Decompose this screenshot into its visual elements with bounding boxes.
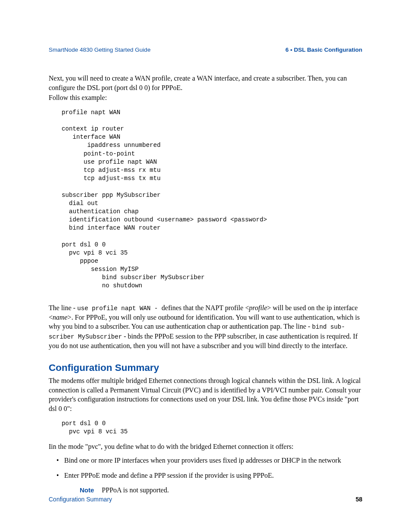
section-heading-configuration-summary: Configuration Summary: [49, 362, 362, 373]
chapter-title: 6 • DSL Basic Configuration: [286, 47, 363, 53]
inline-code-1: use profile napt WAN -: [77, 305, 162, 312]
italic-name: name: [53, 314, 68, 321]
footer-section-name: Configuration Summary: [49, 496, 112, 503]
note-label: Note: [80, 486, 94, 494]
bullet-list: Bind one or more IP interfaces when your…: [56, 456, 362, 480]
bullet-item-2: Enter PPPoE mode and define a PPP sessio…: [56, 471, 362, 480]
italic-profile: profile: [249, 304, 267, 311]
note-text: PPPoA is not supported.: [102, 486, 169, 494]
page-container: SmartNode 4830 Getting Started Guide 6 •…: [0, 0, 411, 532]
page-number: 58: [355, 496, 362, 503]
intro-paragraph-1: Next, you will need to create a WAN prof…: [49, 74, 362, 92]
bullet-item-1: Bind one or more IP interfaces when your…: [56, 456, 362, 465]
text-run: defines that the NAPT profile <: [162, 304, 249, 311]
summary-paragraph-2: Iin the mode "pvc", you define what to d…: [49, 442, 362, 451]
page-footer: Configuration Summary 58: [49, 496, 362, 503]
page-header: SmartNode 4830 Getting Started Guide 6 •…: [49, 47, 362, 53]
document-title: SmartNode 4830 Getting Started Guide: [49, 47, 150, 53]
code-example-1: profile napt WAN context ip router inter…: [62, 109, 362, 290]
note-block: Note PPPoA is not supported.: [80, 486, 362, 494]
summary-paragraph-1: The modems offer multiple bridged Ethern…: [49, 376, 362, 413]
text-run: The line -: [49, 304, 77, 311]
explain-paragraph: The line - use profile napt WAN - define…: [49, 303, 362, 351]
code-example-2: port dsl 0 0 pvc vpi 8 vci 35: [62, 420, 362, 436]
intro-paragraph-2: Follow this example:: [49, 93, 362, 103]
